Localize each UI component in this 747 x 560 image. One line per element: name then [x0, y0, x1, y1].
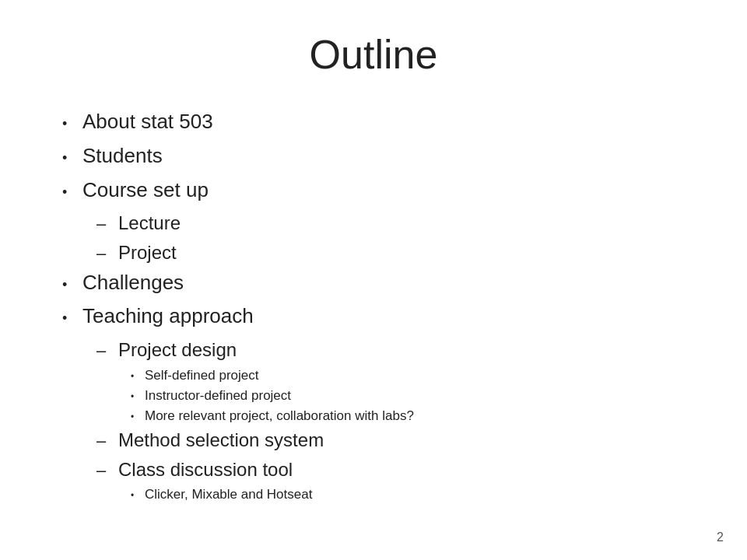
bullet-icon: •	[62, 149, 79, 167]
item-label: Course set up	[82, 177, 209, 204]
dash-icon: –	[96, 243, 118, 265]
item-label: More relevant project, collaboration wit…	[145, 408, 414, 425]
item-label: Class discussion tool	[118, 457, 293, 481]
list-item: – Project	[96, 240, 700, 265]
item-label: Project	[118, 240, 177, 264]
bullet-small-icon: •	[131, 411, 145, 424]
item-label: About stat 503	[82, 109, 213, 135]
list-item: • Students	[62, 143, 700, 170]
slide-title: Outline	[47, 31, 700, 78]
bullet-icon: •	[62, 310, 79, 327]
list-item: – Lecture	[96, 211, 700, 236]
item-label: Students	[82, 143, 163, 170]
list-item: • About stat 503	[62, 109, 700, 135]
list-item: • Challenges	[62, 270, 700, 296]
list-item: • Clicker, Mixable and Hotseat	[131, 486, 700, 503]
list-item: • More relevant project, collaboration w…	[131, 408, 700, 425]
dash-icon: –	[96, 430, 118, 453]
list-item: • Teaching approach	[62, 303, 700, 330]
page-number: 2	[717, 530, 724, 544]
bullet-icon: •	[62, 115, 79, 133]
list-item: • Self-defined project	[131, 367, 700, 384]
list-item: – Project design	[96, 338, 700, 362]
item-label: Lecture	[118, 211, 181, 235]
list-item: • Instructor-defined project	[131, 387, 700, 404]
item-label: Challenges	[82, 270, 184, 296]
item-label: Instructor-defined project	[145, 387, 291, 404]
item-label: Self-defined project	[145, 367, 258, 384]
item-label: Project design	[118, 338, 237, 362]
bullet-small-icon: •	[131, 371, 145, 383]
list-item: – Method selection system	[96, 428, 700, 453]
item-label: Teaching approach	[82, 303, 254, 330]
dash-icon: –	[96, 340, 118, 362]
bullet-small-icon: •	[131, 490, 145, 502]
bullet-icon: •	[62, 276, 79, 294]
item-label: Clicker, Mixable and Hotseat	[145, 486, 312, 503]
slide: Outline • About stat 503 • Students • Co…	[0, 0, 747, 560]
bullet-icon: •	[62, 184, 79, 201]
dash-icon: –	[96, 213, 118, 236]
bullet-small-icon: •	[131, 391, 145, 404]
content-area: • About stat 503 • Students • Course set…	[47, 109, 700, 529]
list-item: – Class discussion tool	[96, 457, 700, 482]
item-label: Method selection system	[118, 428, 324, 452]
dash-icon: –	[96, 460, 118, 482]
list-item: • Course set up	[62, 177, 700, 204]
